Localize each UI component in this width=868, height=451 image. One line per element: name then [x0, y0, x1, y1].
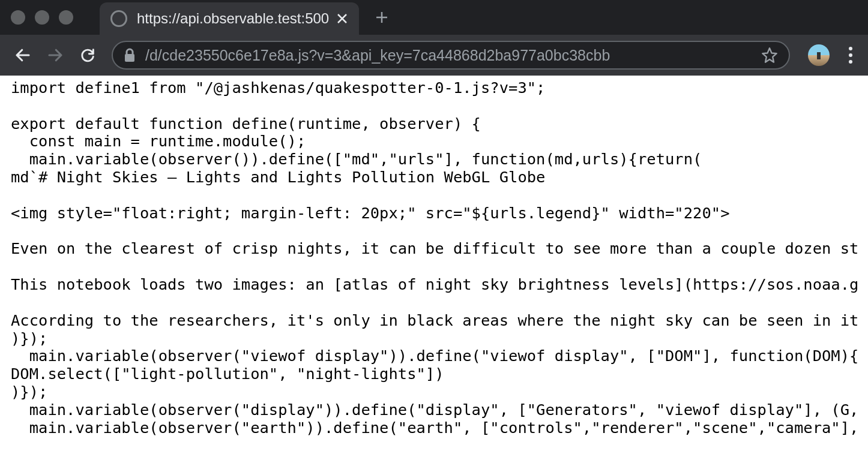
lock-icon [124, 48, 136, 62]
code-line: main.variable(observer("display")).defin… [11, 401, 858, 419]
browser-chrome: https://api.observable.test:500 /d/cde23… [0, 0, 868, 76]
code-line: This notebook loads two images: an [atla… [11, 275, 858, 293]
code-line: DOM.select(["light-pollution", "night-li… [11, 365, 444, 383]
code-line: import define1 from "/@jashkenas/quakesp… [11, 79, 545, 97]
bookmark-star-icon[interactable] [761, 47, 778, 64]
code-line: Even on the clearest of crisp nights, it… [11, 239, 858, 257]
navigation-bar: /d/cde23550c6e17e8a.js?v=3&api_key=7ca44… [0, 35, 868, 76]
code-line: )}); [11, 329, 47, 347]
url-text: /d/cde23550c6e17e8a.js?v=3&api_key=7ca44… [145, 47, 755, 64]
code-line: const main = runtime.module(); [11, 132, 306, 150]
browser-tab[interactable]: https://api.observable.test:500 [100, 2, 359, 35]
back-button[interactable] [11, 43, 35, 67]
reload-button[interactable] [76, 43, 100, 67]
tab-bar: https://api.observable.test:500 [0, 0, 868, 35]
profile-avatar[interactable] [808, 44, 830, 66]
close-window-button[interactable] [11, 10, 25, 25]
code-line: )}); [11, 383, 47, 401]
globe-icon [110, 10, 127, 27]
maximize-window-button[interactable] [59, 10, 73, 25]
menu-button[interactable] [849, 47, 852, 64]
page-content: import define1 from "/@jashkenas/quakesp… [0, 76, 868, 451]
code-line: main.variable(observer("viewof display")… [11, 347, 858, 365]
minimize-window-button[interactable] [35, 10, 49, 25]
code-line: According to the researchers, it's only … [11, 311, 858, 329]
code-line: md`# Night Skies — Lights and Lights Pol… [11, 168, 545, 186]
window-controls [11, 10, 73, 25]
code-line: main.variable(observer("earth")).define(… [11, 419, 858, 437]
code-line: main.variable(observer()).define(["md","… [11, 150, 702, 168]
code-line: <img style="float:right; margin-left: 20… [11, 204, 729, 222]
new-tab-button[interactable] [375, 10, 389, 25]
close-tab-icon[interactable] [336, 13, 348, 25]
tab-title: https://api.observable.test:500 [137, 10, 329, 27]
forward-button[interactable] [43, 43, 67, 67]
address-bar[interactable]: /d/cde23550c6e17e8a.js?v=3&api_key=7ca44… [112, 41, 790, 70]
svg-rect-0 [125, 54, 134, 62]
code-line: export default function define(runtime, … [11, 115, 481, 133]
